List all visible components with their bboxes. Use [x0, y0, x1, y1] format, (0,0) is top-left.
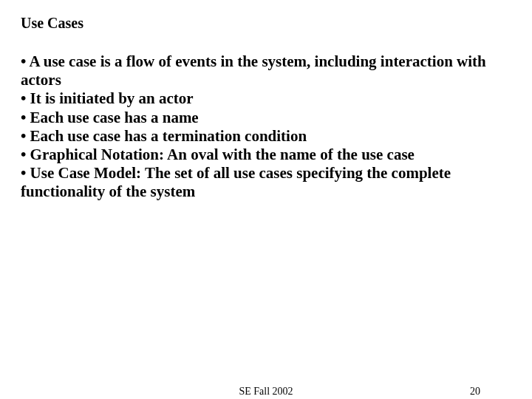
bullet-item: • Use Case Model: The set of all use cas…: [21, 164, 511, 201]
footer-center-text: SE Fall 2002: [0, 386, 532, 398]
slide-title: Use Cases: [21, 15, 511, 32]
bullet-item: • Each use case has a name: [21, 109, 511, 127]
slide-body: • A use case is a flow of events in the …: [21, 52, 511, 202]
bullet-item: • A use case is a flow of events in the …: [21, 52, 511, 89]
footer-page-number: 20: [470, 386, 480, 398]
slide: Use Cases • A use case is a flow of even…: [0, 0, 532, 399]
bullet-item: • Each use case has a termination condit…: [21, 127, 511, 146]
bullet-item: • It is initiated by an actor: [21, 89, 511, 108]
bullet-item: • Graphical Notation: An oval with the n…: [21, 146, 511, 164]
